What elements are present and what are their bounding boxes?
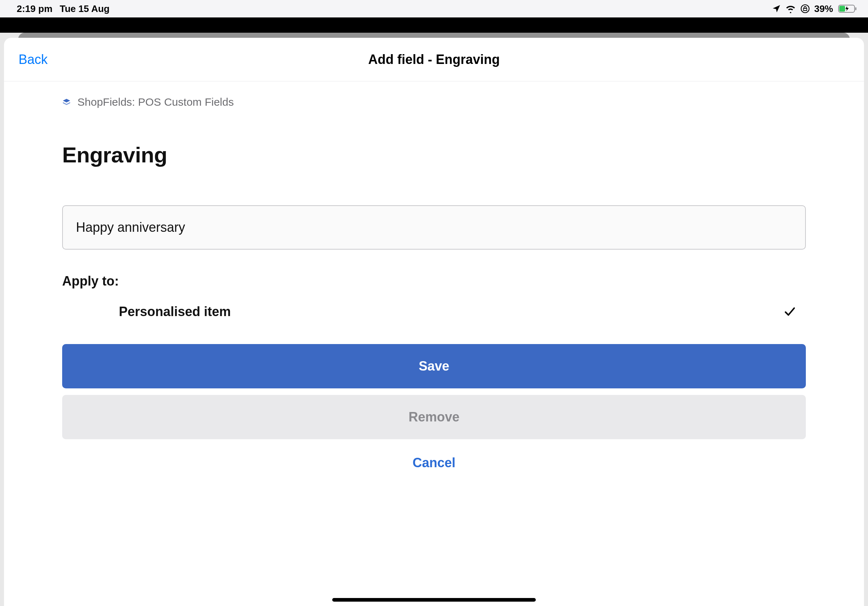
apply-to-item-label: Personalised item [119,304,231,319]
status-left: 2:19 pm Tue 15 Aug [17,3,110,14]
page-title: Engraving [62,142,806,167]
apply-to-label: Apply to: [62,274,806,289]
apply-to-item-row[interactable]: Personalised item [62,289,806,335]
modal-sheet: Back Add field - Engraving ShopFields: P… [4,38,864,606]
svg-point-0 [801,5,809,13]
modal-content: ShopFields: POS Custom Fields Engraving … [4,81,864,484]
wifi-icon [785,5,796,13]
app-name-label: ShopFields: POS Custom Fields [78,96,234,108]
location-icon [772,5,781,13]
status-time: 2:19 pm [17,3,52,14]
engraving-text-input[interactable] [62,205,806,250]
checkmark-icon [783,305,797,318]
save-button[interactable]: Save [62,344,806,388]
background-strip [0,17,868,33]
orientation-lock-icon [800,4,810,14]
back-button[interactable]: Back [19,52,48,67]
status-right: 39% [772,3,857,14]
modal-nav-bar: Back Add field - Engraving [4,38,864,81]
cancel-button[interactable]: Cancel [62,441,806,484]
svg-rect-2 [855,7,856,10]
status-bar: 2:19 pm Tue 15 Aug 39% [0,0,868,17]
battery-percentage: 39% [814,3,833,14]
home-indicator[interactable] [332,598,536,601]
svg-rect-3 [839,6,845,12]
breadcrumb: ShopFields: POS Custom Fields [62,96,806,108]
modal-title: Add field - Engraving [368,52,500,67]
remove-button[interactable]: Remove [62,395,806,439]
app-icon [62,98,71,107]
status-date: Tue 15 Aug [60,3,109,14]
battery-icon [838,4,857,14]
